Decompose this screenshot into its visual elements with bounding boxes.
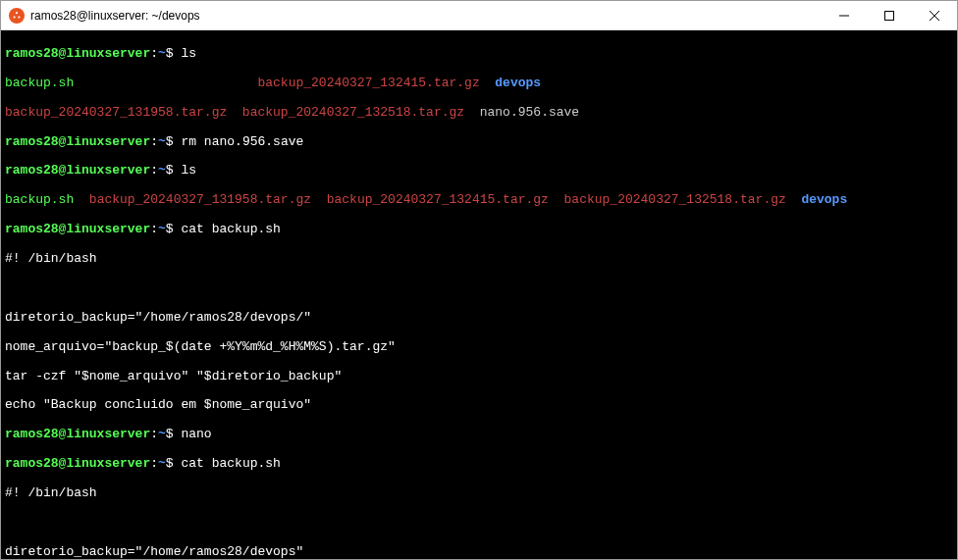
close-icon xyxy=(930,11,939,21)
titlebar: ramos28@linuxserver: ~/devops xyxy=(1,1,957,30)
ls-output: backup.sh backup_20240327_131958.tar.gz … xyxy=(5,193,953,208)
script-line: diretorio_backup="/home/ramos28/devops" xyxy=(5,545,953,559)
command: cat backup.sh xyxy=(181,222,280,236)
ls-output: backup.sh backup_20240327_132415.tar.gz … xyxy=(5,76,953,91)
script-line xyxy=(5,516,953,531)
svg-point-1 xyxy=(16,12,18,14)
script-line: tar -czf "$nome_arquivo" "$diretorio_bac… xyxy=(5,370,953,384)
maximize-icon xyxy=(884,11,894,21)
command: cat backup.sh xyxy=(181,456,280,471)
prompt-line: ramos28@linuxserver:~$ cat backup.sh xyxy=(5,457,953,472)
script-line xyxy=(5,281,953,296)
window-title: ramos28@linuxserver: ~/devops xyxy=(30,9,822,23)
svg-rect-5 xyxy=(885,11,894,20)
script-line: #! /bin/bash xyxy=(5,486,953,501)
script-line: nome_arquivo="backup_$(date +%Y%m%d_%H%M… xyxy=(5,340,953,355)
prompt-line: ramos28@linuxserver:~$ nano xyxy=(5,428,953,442)
script-line: #! /bin/bash xyxy=(5,252,953,267)
maximize-button[interactable] xyxy=(867,1,912,29)
prompt-line: ramos28@linuxserver:~$ cat backup.sh xyxy=(5,223,953,237)
window: ramos28@linuxserver: ~/devops ramos28@li… xyxy=(0,0,958,560)
svg-point-2 xyxy=(14,16,16,18)
script-line: diretorio_backup="/home/ramos28/devops/" xyxy=(5,311,953,326)
window-controls xyxy=(822,1,957,29)
script-line: echo "Backup concluido em $nome_arquivo" xyxy=(5,398,953,413)
close-button[interactable] xyxy=(912,1,957,29)
command: rm nano.956.save xyxy=(181,134,303,149)
command: ls xyxy=(181,163,196,178)
prompt-line: ramos28@linuxserver:~$ ls xyxy=(5,47,953,62)
prompt-line: ramos28@linuxserver:~$ ls xyxy=(5,164,953,178)
ls-output: backup_20240327_131958.tar.gz backup_202… xyxy=(5,106,953,121)
svg-point-3 xyxy=(18,16,20,18)
terminal[interactable]: ramos28@linuxserver:~$ ls backup.sh back… xyxy=(1,30,957,559)
command: nano xyxy=(181,427,211,441)
minimize-button[interactable] xyxy=(822,1,867,29)
minimize-icon xyxy=(839,11,849,21)
app-icon xyxy=(9,8,25,24)
command: ls xyxy=(181,46,196,61)
prompt-line: ramos28@linuxserver:~$ rm nano.956.save xyxy=(5,135,953,150)
